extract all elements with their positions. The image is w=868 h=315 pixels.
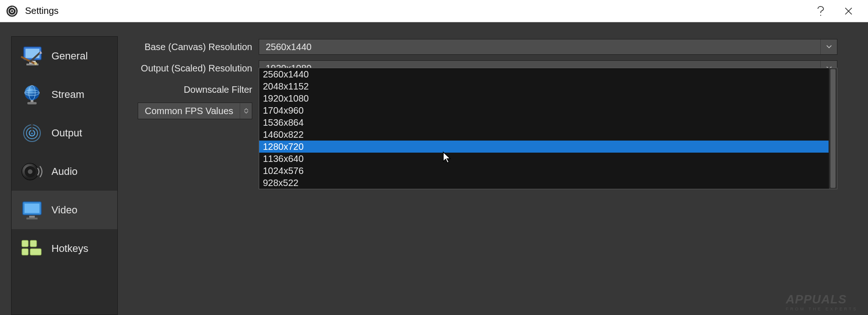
- sidebar-item-label: General: [51, 50, 88, 62]
- sidebar-item-label: Hotkeys: [51, 243, 88, 255]
- help-button[interactable]: [807, 0, 835, 22]
- downscale-filter-label: Downscale Filter: [120, 84, 259, 95]
- dropdown-option[interactable]: 1536x864: [259, 116, 829, 129]
- sidebar-item-video[interactable]: Video: [12, 191, 117, 229]
- hotkeys-icon: [15, 235, 49, 263]
- sidebar-item-label: Video: [51, 204, 77, 216]
- svg-rect-15: [31, 100, 33, 102]
- settings-sidebar: General: [11, 36, 118, 315]
- sidebar-item-label: Output: [51, 127, 82, 139]
- video-settings-panel: Base (Canvas) Resolution 2560x1440 Outpu…: [118, 22, 868, 315]
- spinner-icon: [240, 103, 252, 119]
- svg-point-22: [31, 123, 33, 126]
- base-resolution-row: Base (Canvas) Resolution 2560x1440: [120, 36, 868, 58]
- svg-rect-32: [22, 249, 28, 255]
- chevron-down-icon: [820, 39, 837, 54]
- obs-icon: [6, 5, 19, 18]
- stream-icon: [15, 81, 49, 109]
- general-icon: [15, 42, 49, 70]
- output-icon: [15, 119, 49, 147]
- dropdown-option[interactable]: 1024x576: [259, 165, 829, 177]
- dropdown-option[interactable]: 1920x1080: [259, 92, 829, 104]
- fps-type-combo[interactable]: Common FPS Values: [138, 103, 252, 119]
- video-icon: [15, 196, 49, 224]
- dropdown-list: 2560x1440 2048x1152 1920x1080 1704x960 1…: [259, 68, 829, 189]
- dropdown-option[interactable]: 2048x1152: [259, 80, 829, 92]
- audio-icon: [15, 158, 49, 186]
- window-title: Settings: [25, 6, 58, 16]
- base-resolution-value: 2560x1440: [266, 42, 312, 52]
- sidebar-item-label: Audio: [51, 166, 77, 178]
- output-resolution-dropdown: 2560x1440 2048x1152 1920x1080 1704x960 1…: [259, 68, 837, 189]
- dropdown-option[interactable]: 1280x720: [259, 141, 829, 153]
- base-resolution-combo[interactable]: 2560x1440: [259, 39, 837, 55]
- svg-rect-28: [29, 216, 35, 218]
- dropdown-option[interactable]: 2560x1440: [259, 68, 829, 80]
- output-resolution-label: Output (Scaled) Resolution: [120, 63, 259, 74]
- svg-rect-33: [30, 249, 41, 255]
- sidebar-item-output[interactable]: Output: [12, 114, 117, 152]
- close-button[interactable]: [835, 0, 862, 22]
- titlebar: Settings: [0, 0, 868, 22]
- svg-rect-27: [25, 204, 39, 213]
- svg-rect-30: [22, 240, 28, 247]
- sidebar-item-stream[interactable]: Stream: [12, 75, 117, 114]
- svg-point-10: [34, 62, 37, 65]
- watermark-text: APPUALS: [786, 292, 847, 306]
- dropdown-option[interactable]: 928x522: [259, 177, 829, 189]
- watermark-sub: FROM THE EXPERTS: [786, 307, 858, 311]
- content-area: General: [0, 22, 868, 315]
- svg-point-3: [820, 15, 821, 16]
- svg-point-25: [28, 169, 32, 174]
- sidebar-item-label: Stream: [51, 89, 84, 101]
- svg-rect-16: [27, 102, 37, 104]
- dropdown-scrollbar[interactable]: [829, 68, 837, 189]
- sidebar-item-general[interactable]: General: [12, 37, 117, 75]
- dropdown-option[interactable]: 1704x960: [259, 104, 829, 116]
- sidebar-item-hotkeys[interactable]: Hotkeys: [12, 229, 117, 268]
- svg-rect-7: [26, 49, 39, 58]
- fps-type-value: Common FPS Values: [145, 106, 233, 116]
- watermark: APPUALS FROM THE EXPERTS: [786, 292, 858, 311]
- svg-rect-31: [30, 240, 37, 247]
- dropdown-option[interactable]: 1460x822: [259, 129, 829, 141]
- svg-rect-29: [26, 218, 38, 219]
- sidebar-item-audio[interactable]: Audio: [12, 152, 117, 191]
- base-resolution-label: Base (Canvas) Resolution: [120, 42, 259, 52]
- dropdown-option[interactable]: 1136x640: [259, 153, 829, 165]
